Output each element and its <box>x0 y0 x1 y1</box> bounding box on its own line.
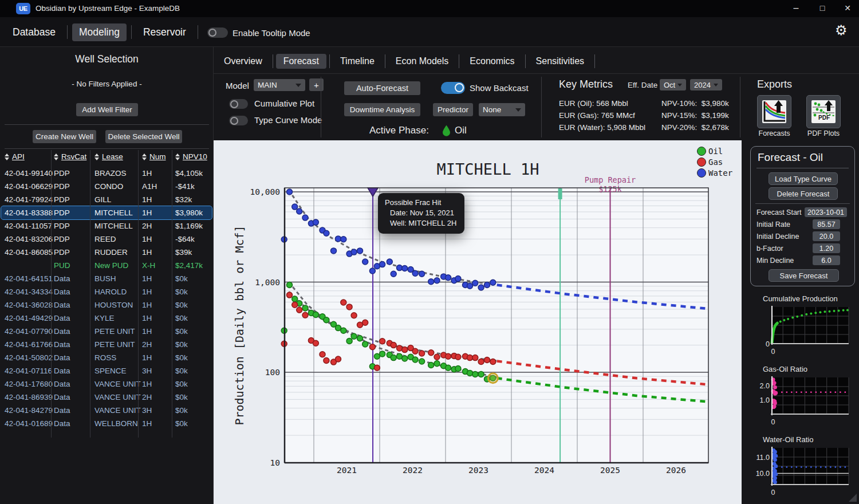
add-model-button[interactable]: + <box>309 78 324 91</box>
data-point-gas[interactable] <box>490 359 496 365</box>
data-point-water[interactable] <box>402 266 408 271</box>
data-point-water[interactable] <box>428 279 434 285</box>
tab-timeline[interactable]: Timeline <box>333 54 382 69</box>
data-point-water[interactable] <box>455 276 461 282</box>
create-new-well-button[interactable]: Create New Well <box>33 130 96 143</box>
table-row[interactable]: 42-041-36028DataHOUSTON1H$0k <box>1 298 212 312</box>
data-point-water[interactable] <box>478 285 484 290</box>
export-pdf-plots-button[interactable]: PDF <box>806 95 841 128</box>
data-point-oil[interactable] <box>362 341 368 347</box>
save-forecast-button[interactable]: Save Forecast <box>769 269 839 282</box>
data-point-gas[interactable] <box>324 358 329 364</box>
table-row[interactable]: PUDNew PUDX-H$2,417k <box>1 259 212 272</box>
table-row[interactable]: 42-041-83206PDPREED1H-$64k <box>1 233 212 246</box>
data-point-oil[interactable] <box>455 366 461 372</box>
table-row[interactable]: 42-041-01689DataWELLBORN1H$0k <box>1 417 212 430</box>
nav-item-modeling[interactable]: Modeling <box>72 23 127 41</box>
tab-sensitivities[interactable]: Sensitivities <box>529 54 592 69</box>
export-forecasts-button[interactable] <box>757 95 791 128</box>
data-point-gas[interactable] <box>446 353 451 359</box>
data-point-gas[interactable] <box>434 354 440 360</box>
nav-item-database[interactable]: Database <box>6 23 62 41</box>
eff-date-month-select[interactable]: Oct <box>660 79 686 90</box>
table-row[interactable]: 42-041-06629PDPCONDOA1H-$41k <box>1 180 212 193</box>
param-input-forecast-start[interactable]: 2023-10-01 <box>805 207 847 217</box>
table-row[interactable]: 42-041-34334DataHAROLD1H$0k <box>1 285 212 298</box>
table-row[interactable]: 42-041-79924PDPGILL1H$32k <box>1 193 212 206</box>
data-point-oil[interactable] <box>351 333 357 339</box>
downtime-analysis-button[interactable]: Downtime Analysis <box>344 103 420 116</box>
table-row[interactable]: 42-041-83388PDPMITCHELL1H$3,980k <box>1 206 212 219</box>
predictor-select[interactable]: None <box>479 103 525 116</box>
data-point-gas[interactable] <box>320 352 325 357</box>
param-input-b-factor[interactable]: 1.20 <box>813 243 840 253</box>
data-point-oil[interactable] <box>313 312 318 317</box>
data-point-oil[interactable] <box>380 351 385 357</box>
table-row[interactable]: 42-041-07116DataSPENCE3H$0k <box>1 364 212 377</box>
data-point-oil[interactable] <box>478 372 484 377</box>
show-backcast-toggle[interactable] <box>441 82 465 94</box>
table-row[interactable]: 42-041-17680DataVANCE UNIT1H$0k <box>1 377 212 391</box>
data-point-water[interactable] <box>302 215 308 220</box>
data-point-oil[interactable] <box>419 359 425 364</box>
data-point-gas[interactable] <box>402 347 408 353</box>
data-point-water[interactable] <box>419 271 425 277</box>
data-point-water[interactable] <box>336 236 341 242</box>
data-point-water[interactable] <box>369 268 375 274</box>
data-point-oil[interactable] <box>346 338 352 344</box>
data-point-water[interactable] <box>446 275 451 281</box>
tab-forecast[interactable]: Forecast <box>276 54 326 69</box>
data-point-oil[interactable] <box>292 296 298 302</box>
model-select[interactable]: MAIN <box>254 79 305 91</box>
data-point-water[interactable] <box>397 265 403 271</box>
data-point-water[interactable] <box>380 262 385 267</box>
data-point-gas[interactable] <box>467 355 473 361</box>
table-row[interactable]: 42-041-64151DataBUSH1H$0k <box>1 272 212 285</box>
data-point-gas[interactable] <box>428 350 434 356</box>
data-point-gas[interactable] <box>302 312 308 318</box>
column-header-num[interactable]: Num <box>142 152 166 161</box>
data-point-gas[interactable] <box>380 338 385 344</box>
data-point-water[interactable] <box>391 271 396 277</box>
table-row[interactable]: 42-041-61766DataPETE UNIT2H$0k <box>1 338 212 351</box>
data-point-gas[interactable] <box>412 348 418 354</box>
nav-item-reservoir[interactable]: Reservoir <box>136 23 193 41</box>
selected-data-point[interactable] <box>488 373 498 383</box>
data-point-water[interactable] <box>412 270 418 276</box>
data-point-gas[interactable] <box>341 300 346 305</box>
data-point-water[interactable] <box>292 204 298 210</box>
data-point-oil[interactable] <box>434 361 440 367</box>
data-point-oil[interactable] <box>391 355 396 361</box>
tab-overview[interactable]: Overview <box>216 54 270 69</box>
close-button[interactable]: ✕ <box>837 1 858 15</box>
data-point-gas[interactable] <box>397 345 403 351</box>
tab-economics[interactable]: Economics <box>462 54 522 69</box>
maximize-button[interactable]: □ <box>812 1 833 15</box>
table-row[interactable]: 42-041-99140PDPBRAZOS1H$4,105k <box>1 167 212 180</box>
data-point-water[interactable] <box>484 282 490 288</box>
column-header-npv10[interactable]: NPV10 <box>175 152 207 161</box>
data-point-gas[interactable] <box>351 313 357 318</box>
data-point-oil[interactable] <box>287 282 293 288</box>
table-row[interactable]: 42-041-50802DataROSS1H$0k <box>1 351 212 364</box>
data-point-water[interactable] <box>287 189 293 195</box>
auto-forecast-button[interactable]: Auto-Forecast <box>344 81 420 95</box>
table-row[interactable]: 42-041-11057PDPMITCHELL2H$1,169k <box>1 219 212 233</box>
data-point-gas[interactable] <box>292 302 298 308</box>
tooltip-mode-toggle[interactable] <box>207 27 228 38</box>
eff-date-year-select[interactable]: 2024 <box>690 79 722 90</box>
column-header-rsvcat[interactable]: RsvCat <box>54 152 86 161</box>
data-point-water[interactable] <box>357 248 363 254</box>
data-point-gas[interactable] <box>478 359 484 365</box>
type-curve-mode-toggle[interactable] <box>229 116 248 125</box>
table-row[interactable]: 42-041-84279DataVANCE UNIT3H$0k <box>1 404 212 417</box>
cumulative-plot-toggle[interactable] <box>229 99 248 109</box>
table-row[interactable]: 42-041-49429DataKYLE1H$0k <box>1 312 212 325</box>
data-point-gas[interactable] <box>419 351 425 356</box>
minimize-button[interactable]: – <box>786 1 806 15</box>
data-point-oil[interactable] <box>472 372 478 377</box>
data-point-water[interactable] <box>472 280 478 286</box>
delete-selected-well-button[interactable]: Delete Selected Well <box>105 130 182 143</box>
table-row[interactable]: 42-041-86085PDPRUDDER1H$39k <box>1 246 212 259</box>
load-type-curve-button[interactable]: Load Type Curve <box>769 172 838 185</box>
